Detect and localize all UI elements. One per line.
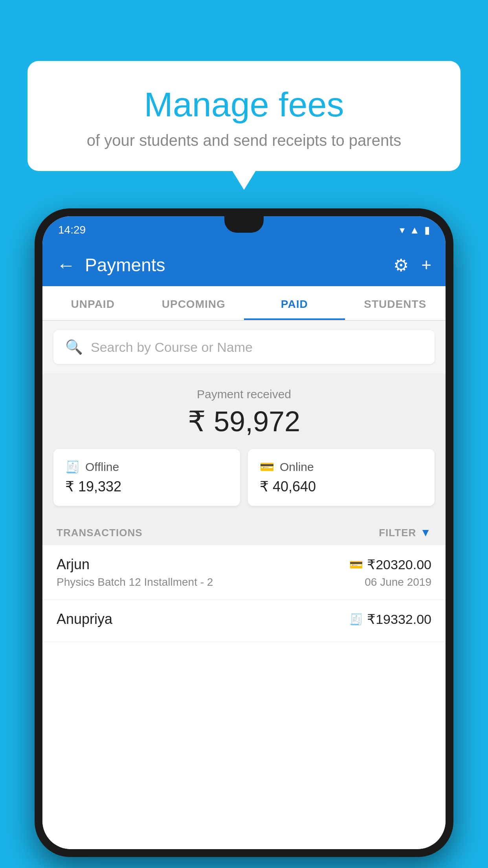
- transactions-header: TRANSACTIONS FILTER ▼: [42, 519, 446, 545]
- tabs-bar: UNPAID UPCOMING PAID STUDENTS: [42, 286, 446, 321]
- bubble-title: Manage fees: [47, 85, 441, 125]
- page-title: Payments: [85, 254, 384, 276]
- tx-amount-1: ₹19332.00: [367, 611, 431, 627]
- tx-date-0: 06 June 2019: [365, 576, 431, 588]
- tx-row-bottom-0: Physics Batch 12 Installment - 2 06 June…: [57, 576, 431, 588]
- wifi-icon: ▾: [400, 224, 405, 236]
- search-placeholder: Search by Course or Name: [91, 340, 253, 355]
- settings-icon[interactable]: ⚙: [393, 255, 409, 275]
- search-bar-wrap: 🔍 Search by Course or Name: [42, 321, 446, 373]
- tx-cash-icon-1: 🧾: [349, 613, 363, 626]
- add-icon[interactable]: +: [421, 255, 431, 275]
- status-icons: ▾ ▲ ▮: [400, 224, 430, 236]
- table-row[interactable]: Arjun 💳 ₹20320.00 Physics Batch 12 Insta…: [42, 545, 446, 600]
- online-amount: ₹ 40,640: [260, 478, 423, 495]
- filter-icon: ▼: [420, 526, 431, 539]
- bubble-subtitle: of your students and send receipts to pa…: [47, 132, 441, 149]
- transactions-label: TRANSACTIONS: [57, 527, 143, 539]
- top-bar: ← Payments ⚙ +: [42, 244, 446, 286]
- payment-received-label: Payment received: [42, 388, 446, 401]
- content-area: 🔍 Search by Course or Name Payment recei…: [42, 321, 446, 849]
- search-icon: 🔍: [65, 339, 83, 355]
- transaction-list: Arjun 💳 ₹20320.00 Physics Batch 12 Insta…: [42, 545, 446, 849]
- top-bar-icons: ⚙ +: [393, 255, 431, 275]
- offline-card-top: 🧾 Offline: [65, 460, 228, 474]
- battery-icon: ▮: [424, 224, 430, 236]
- offline-icon: 🧾: [65, 460, 80, 474]
- status-bar: 14:29 ▾ ▲ ▮: [42, 216, 446, 244]
- tx-card-icon-0: 💳: [349, 558, 363, 571]
- tx-row-top-1: Anupriya 🧾 ₹19332.00: [57, 611, 431, 627]
- tx-row-top-0: Arjun 💳 ₹20320.00: [57, 556, 431, 573]
- table-row[interactable]: Anupriya 🧾 ₹19332.00: [42, 600, 446, 642]
- tab-upcoming[interactable]: UPCOMING: [143, 286, 244, 320]
- tab-students[interactable]: STUDENTS: [345, 286, 446, 320]
- signal-icon: ▲: [409, 224, 420, 236]
- payment-received-section: Payment received ₹ 59,972: [42, 373, 446, 449]
- online-label: Online: [280, 460, 314, 474]
- status-time: 14:29: [58, 224, 86, 236]
- back-button[interactable]: ←: [57, 254, 75, 276]
- phone-wrapper: 14:29 ▾ ▲ ▮ ← Payments ⚙ + UNPAID: [35, 208, 453, 868]
- payment-cards-row: 🧾 Offline ₹ 19,332 💳 Online ₹ 40,640: [42, 449, 446, 519]
- online-card-top: 💳 Online: [260, 460, 423, 474]
- filter-button[interactable]: FILTER ▼: [379, 526, 431, 539]
- offline-label: Offline: [85, 460, 119, 474]
- offline-amount: ₹ 19,332: [65, 478, 228, 495]
- online-card: 💳 Online ₹ 40,640: [248, 449, 435, 506]
- offline-card: 🧾 Offline ₹ 19,332: [53, 449, 240, 506]
- phone-inner: 14:29 ▾ ▲ ▮ ← Payments ⚙ + UNPAID: [42, 216, 446, 849]
- tx-name-0: Arjun: [57, 556, 90, 573]
- speech-bubble: Manage fees of your students and send re…: [28, 61, 460, 171]
- tx-course-0: Physics Batch 12 Installment - 2: [57, 576, 213, 588]
- filter-label: FILTER: [379, 527, 416, 539]
- online-icon: 💳: [260, 460, 274, 474]
- tx-name-1: Anupriya: [57, 611, 112, 627]
- search-bar[interactable]: 🔍 Search by Course or Name: [53, 330, 435, 364]
- payment-received-amount: ₹ 59,972: [42, 405, 446, 438]
- tx-amount-wrap-0: 💳 ₹20320.00: [349, 557, 431, 572]
- tx-amount-wrap-1: 🧾 ₹19332.00: [349, 611, 431, 627]
- notch-cutout: [224, 216, 264, 233]
- tab-unpaid[interactable]: UNPAID: [42, 286, 143, 320]
- tab-paid[interactable]: PAID: [244, 286, 345, 320]
- phone-outer: 14:29 ▾ ▲ ▮ ← Payments ⚙ + UNPAID: [35, 208, 453, 857]
- tx-amount-0: ₹20320.00: [367, 557, 431, 572]
